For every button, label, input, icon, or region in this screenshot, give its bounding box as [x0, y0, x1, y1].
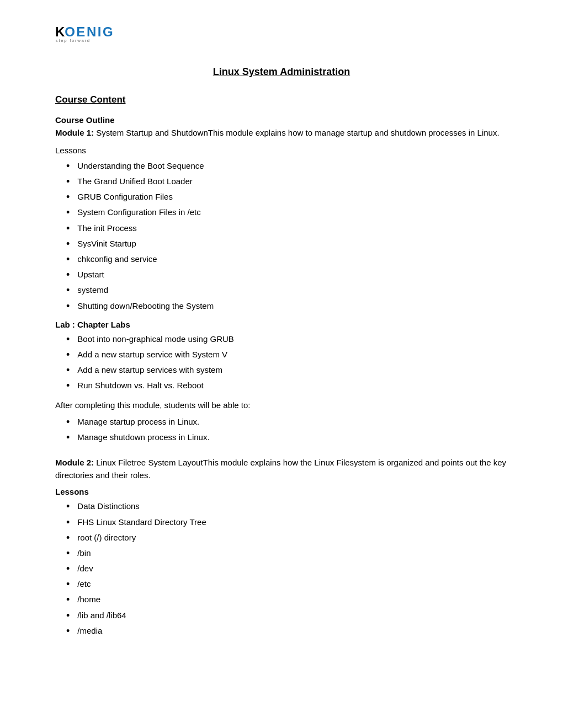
list-item: Manage startup process in Linux. — [55, 415, 508, 429]
list-item: systemd — [55, 283, 508, 297]
list-item: The Grand Unified Boot Loader — [55, 175, 508, 189]
list-item: SysVinit Startup — [55, 237, 508, 251]
list-item: /etc — [55, 577, 508, 591]
course-outline-section: Course Outline Module 1: System Startup … — [55, 115, 508, 445]
list-item: chkconfig and service — [55, 253, 508, 266]
list-item: The init Process — [55, 222, 508, 235]
after-completing-text: After completing this module, students w… — [55, 399, 508, 412]
list-item: Boot into non-graphical mode using GRUB — [55, 333, 508, 346]
list-item: Add a new startup service with System V — [55, 348, 508, 362]
list-item: GRUB Configuration Files — [55, 190, 508, 204]
list-item: FHS Linux Standard Directory Tree — [55, 516, 508, 529]
module2-intro: Module 2: Linux Filetree System LayoutTh… — [55, 457, 508, 481]
list-item: Upstart — [55, 268, 508, 282]
list-item: Run Shutdown vs. Halt vs. Reboot — [55, 379, 508, 393]
lab-heading: Lab : Chapter Labs — [55, 320, 508, 329]
module2-lessons-list: Data Distinctions FHS Linux Standard Dir… — [55, 500, 508, 638]
list-item: Manage shutdown process in Linux. — [55, 431, 508, 445]
lessons-label: Lessons — [55, 144, 508, 157]
list-item: /media — [55, 624, 508, 638]
list-item: /lib and /lib64 — [55, 609, 508, 623]
module1-lessons-list: Understanding the Boot Sequence The Gran… — [55, 159, 508, 313]
koenig-logo: K OENIG step forward — [55, 22, 121, 46]
course-outline-heading: Course Outline — [55, 115, 508, 125]
list-item: Understanding the Boot Sequence — [55, 159, 508, 173]
outcomes-list: Manage startup process in Linux. Manage … — [55, 415, 508, 445]
svg-text:step forward: step forward — [56, 38, 91, 43]
page-container: K OENIG step forward Linux System Admini… — [0, 0, 563, 683]
svg-text:OENIG: OENIG — [65, 24, 114, 39]
module2-section: Module 2: Linux Filetree System LayoutTh… — [55, 457, 508, 638]
module2-lessons-heading: Lessons — [55, 487, 508, 496]
module1-intro: Module 1: System Startup and ShutdownThi… — [55, 127, 508, 140]
list-item: root (/) directory — [55, 531, 508, 545]
list-item: /dev — [55, 562, 508, 576]
list-item: /bin — [55, 547, 508, 560]
list-item: System Configuration Files in /etc — [55, 206, 508, 220]
module1-description: System Startup and ShutdownThis module e… — [96, 128, 499, 137]
logo-area: K OENIG step forward — [55, 22, 508, 50]
module2-label: Module 2: — [55, 458, 94, 467]
list-item: Add a new startup services with system — [55, 363, 508, 377]
page-title: Linux System Administration — [55, 66, 508, 78]
list-item: Data Distinctions — [55, 500, 508, 513]
module2-description: Linux Filetree System LayoutThis module … — [55, 458, 506, 480]
module1-label: Module 1: — [55, 128, 94, 137]
list-item: /home — [55, 593, 508, 607]
course-content-heading: Course Content — [55, 94, 508, 105]
list-item: Shutting down/Rebooting the System — [55, 299, 508, 313]
lab-items-list: Boot into non-graphical mode using GRUB … — [55, 333, 508, 393]
